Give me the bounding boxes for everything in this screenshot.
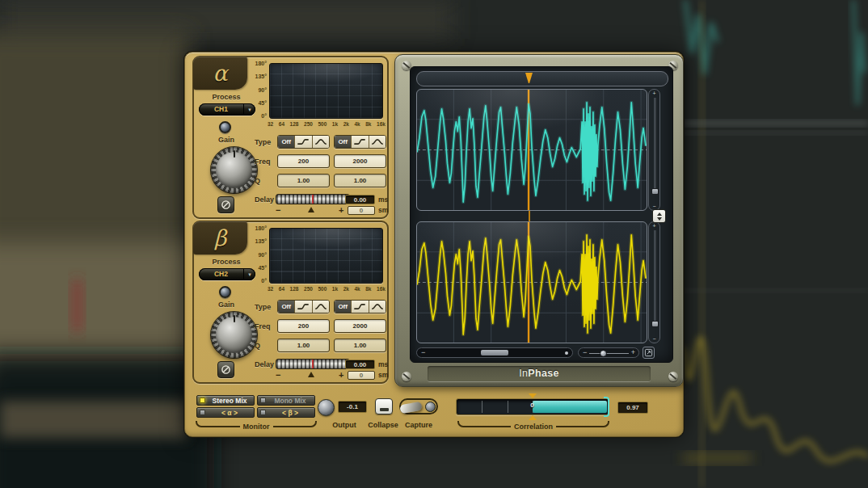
beta-delay-decrement[interactable]: − bbox=[276, 370, 280, 380]
axis-tick-label: 500 bbox=[318, 286, 327, 292]
beta-filter2-freq-field[interactable]: 2000 bbox=[334, 319, 386, 333]
alpha-filter1-freq-field[interactable]: 200 bbox=[277, 154, 330, 168]
beta-type-label: Type bbox=[255, 303, 271, 311]
alpha-filter2-q-field[interactable]: 1.00 bbox=[334, 174, 386, 187]
axis-tick-label: 64 bbox=[279, 286, 284, 292]
plus-icon[interactable]: + bbox=[631, 348, 635, 357]
beta-delay-increment[interactable]: + bbox=[339, 370, 343, 380]
button-label: Mono Mix bbox=[268, 397, 312, 405]
monitor-button-group: Stereo Mix Mono Mix < α > < β > bbox=[196, 395, 315, 418]
beta-filter1-q-field[interactable]: 1.00 bbox=[277, 339, 330, 352]
bell-filter-icon bbox=[372, 138, 383, 145]
output-gain-value[interactable]: -0.1 bbox=[338, 401, 367, 413]
slider-track[interactable] bbox=[654, 230, 655, 325]
alpha-delay-decrement[interactable]: − bbox=[276, 205, 280, 215]
alpha-phase-invert-button[interactable] bbox=[217, 196, 234, 213]
beta-filter2-type-group: Off bbox=[334, 300, 386, 313]
fit-view-button[interactable] bbox=[643, 347, 655, 359]
alpha-waveform-trace bbox=[417, 103, 646, 202]
beta-gain-led-button[interactable] bbox=[219, 286, 231, 298]
delay-center-marker bbox=[308, 372, 314, 377]
axis-tick-label: 32 bbox=[268, 286, 273, 292]
beta-filter2-bell-button[interactable] bbox=[369, 301, 386, 313]
monitor-stereo-mix-button[interactable]: Stereo Mix bbox=[196, 395, 255, 406]
beta-gain-knob[interactable] bbox=[211, 312, 257, 358]
alpha-filter1-off-button[interactable]: Off bbox=[278, 136, 295, 148]
fit-view-icon bbox=[644, 348, 653, 357]
output-gain-knob[interactable] bbox=[318, 399, 335, 416]
samples-unit-label: sm bbox=[378, 371, 388, 379]
slider-thumb[interactable] bbox=[651, 321, 659, 327]
screw-icon bbox=[402, 372, 411, 381]
delay-center-marker bbox=[308, 207, 314, 212]
beta-filter2-off-button[interactable]: Off bbox=[335, 301, 352, 313]
monitor-mono-mix-button[interactable]: Mono Mix bbox=[257, 395, 315, 406]
slider-thumb[interactable] bbox=[600, 350, 607, 357]
ms-unit-label: ms bbox=[378, 360, 388, 368]
monitor-beta-button[interactable]: < β > bbox=[257, 407, 315, 418]
alpha-filter2-off-button[interactable]: Off bbox=[335, 136, 352, 148]
beta-filter1-shelf-button[interactable] bbox=[295, 301, 312, 313]
beta-filter1-freq-field[interactable]: 200 bbox=[277, 319, 330, 333]
alpha-filter1-shelf-button[interactable] bbox=[295, 136, 312, 148]
pane-select-stepper-button[interactable] bbox=[652, 209, 666, 223]
alpha-filter2-freq-field[interactable]: 2000 bbox=[334, 154, 386, 168]
alpha-filter2-shelf-button[interactable] bbox=[352, 136, 369, 148]
alpha-filter2-bell-button[interactable] bbox=[369, 136, 386, 148]
beta-filter2-shelf-button[interactable] bbox=[352, 301, 369, 313]
axis-tick-label: 2k bbox=[343, 121, 349, 127]
minus-icon[interactable]: − bbox=[649, 204, 659, 209]
beta-filter1-off-button[interactable]: Off bbox=[278, 301, 295, 313]
alpha-gain-led-button[interactable] bbox=[219, 121, 231, 133]
slider-track[interactable] bbox=[654, 98, 655, 192]
capture-toggle[interactable] bbox=[399, 398, 438, 414]
correlation-center-marker[interactable] bbox=[529, 393, 537, 398]
alpha-gain-knob[interactable] bbox=[211, 147, 257, 193]
alpha-delay-thumbwheel[interactable] bbox=[276, 194, 350, 204]
beta-process-channel-value: CH2 bbox=[199, 268, 243, 280]
alpha-phase-response-display bbox=[269, 63, 383, 119]
axis-tick-label: 4k bbox=[354, 286, 360, 292]
beta-pane-zoom-slider[interactable]: + − bbox=[648, 221, 660, 343]
alpha-pane-zoom-slider[interactable]: + − bbox=[648, 89, 660, 211]
beta-phase-response-display bbox=[269, 228, 383, 284]
alpha-filter2-type-group: Off bbox=[334, 135, 386, 149]
arrow-up-icon bbox=[657, 212, 662, 216]
beta-gain-label: Gain bbox=[197, 301, 255, 309]
axis-tick-label: 500 bbox=[318, 121, 327, 127]
beta-delay-thumbwheel[interactable] bbox=[276, 359, 350, 369]
plus-icon[interactable]: + bbox=[649, 223, 659, 229]
capture-knob[interactable] bbox=[425, 402, 436, 412]
alpha-delay-increment[interactable]: + bbox=[339, 205, 343, 215]
axis-tick-label: 250 bbox=[304, 286, 313, 292]
minus-icon[interactable]: − bbox=[649, 336, 659, 342]
axis-tick-label: 0° bbox=[242, 278, 267, 284]
minus-icon[interactable]: − bbox=[583, 348, 587, 357]
alpha-filter1-q-field[interactable]: 1.00 bbox=[277, 174, 330, 187]
monitor-alpha-button[interactable]: < α > bbox=[196, 407, 255, 418]
minus-icon[interactable]: − bbox=[421, 348, 425, 357]
beta-freq-label: Freq bbox=[255, 322, 271, 330]
beta-phase-invert-button[interactable] bbox=[217, 361, 234, 378]
beta-delay-samples-value[interactable]: 0 bbox=[348, 371, 375, 380]
beta-delay-ms-value[interactable]: 0.00 bbox=[345, 360, 375, 369]
horizontal-zoom-slider[interactable]: − + bbox=[578, 347, 639, 358]
button-label: Stereo Mix bbox=[208, 397, 251, 405]
collapse-button[interactable] bbox=[375, 398, 393, 414]
timeline-overview-bar[interactable] bbox=[416, 71, 668, 86]
shelf-filter-icon bbox=[354, 138, 365, 145]
alpha-q-label: Q bbox=[255, 177, 260, 185]
alpha-delay-samples-value[interactable]: 0 bbox=[348, 206, 375, 215]
scrollbar-thumb[interactable] bbox=[481, 350, 508, 355]
axis-tick-label: 250 bbox=[304, 121, 313, 127]
toggle-lever[interactable] bbox=[399, 402, 422, 414]
plus-icon[interactable]: + bbox=[649, 90, 659, 96]
playhead-line bbox=[529, 209, 531, 222]
beta-filter2-q-field[interactable]: 1.00 bbox=[334, 339, 386, 352]
beta-filter1-bell-button[interactable] bbox=[313, 301, 329, 313]
horizontal-scrollbar[interactable]: − bbox=[416, 347, 573, 358]
axis-tick-label: 45° bbox=[242, 100, 267, 106]
alpha-delay-ms-value[interactable]: 0.00 bbox=[345, 195, 375, 204]
slider-thumb[interactable] bbox=[651, 188, 659, 195]
alpha-filter1-bell-button[interactable] bbox=[313, 136, 329, 148]
